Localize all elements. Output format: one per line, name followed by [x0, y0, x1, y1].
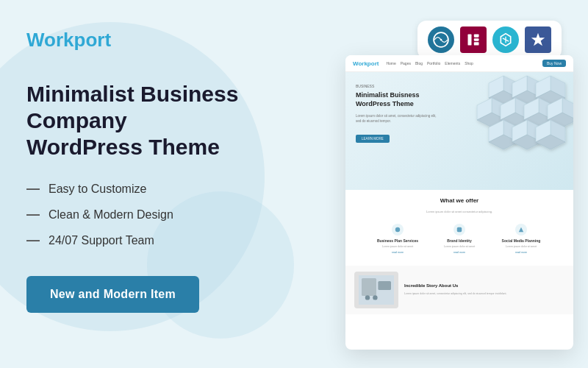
mock-card-icon-1	[392, 224, 404, 236]
svg-rect-4	[474, 38, 479, 40]
svg-rect-40	[362, 278, 376, 296]
mock-nav: Home Pages Blog Portfolio Elements Shop	[386, 61, 538, 66]
mock-card-text-3: Lorem ipsum dolor sit amet	[495, 245, 547, 249]
mock-brand-logo: Workport	[353, 60, 379, 67]
mock-about-image	[354, 272, 398, 308]
svg-point-42	[365, 295, 370, 300]
svg-point-36	[395, 227, 400, 232]
dash-icon-2: —	[26, 207, 40, 222]
mock-card-title-3: Social Media Planning	[495, 238, 547, 243]
dash-icon-1: —	[26, 181, 40, 197]
svg-rect-3	[474, 35, 479, 38]
feature-item-2: — Clean & Modern Design	[26, 207, 335, 222]
mock-cards-row: Business Plan Services Lorem ipsum dolor…	[354, 219, 564, 258]
mock-card-title-1: Business Plan Services	[372, 238, 423, 243]
elementor-icon	[460, 26, 487, 53]
svg-rect-37	[457, 227, 462, 232]
svg-rect-2	[468, 35, 472, 46]
feature-item-3: — 24/07 Support Team	[26, 233, 335, 248]
mock-browser-bar: Workport Home Pages Blog Portfolio Eleme…	[345, 55, 573, 72]
feature-item-1: — Easy to Customize	[26, 181, 335, 197]
mock-card-link-2: read more	[434, 251, 485, 254]
mock-card-link-3: read more	[495, 251, 547, 254]
craft-icon	[492, 26, 519, 53]
mock-hero-title: Minimalist Buisness WordPress Theme	[356, 91, 429, 108]
mock-card-icon-3	[515, 224, 527, 236]
mock-hero-cta: LEARN MORE	[356, 135, 390, 143]
main-title: Minimalist Business Company WordPress Th…	[26, 81, 335, 160]
browser-mockup: Workport Home Pages Blog Portfolio Eleme…	[345, 55, 573, 350]
left-content: Minimalist Business Company WordPress Th…	[26, 81, 335, 313]
mock-about-content: Incredible Story About Us Lorem ipsum do…	[404, 283, 564, 296]
svg-marker-38	[519, 227, 523, 232]
mock-about-section: Incredible Story About Us Lorem ipsum do…	[345, 266, 573, 314]
mock-about-title: Incredible Story About Us	[404, 283, 564, 289]
mock-hero-desc: Lorem ipsum dolor sit amet, consectetur …	[356, 114, 437, 124]
mock-card-link-1: read more	[372, 251, 423, 254]
mock-card-text-2: Lorem ipsum dolor sit amet	[434, 245, 485, 249]
svg-rect-5	[474, 42, 479, 45]
mock-services-section: What we offer Lorem ipsum dolor sit amet…	[345, 190, 573, 266]
mock-card-icon-2	[453, 224, 465, 236]
dash-icon-3: —	[26, 233, 40, 248]
plugin-icons-group	[417, 21, 562, 59]
mock-card-text-1: Lorem ipsum dolor sit amet	[372, 245, 423, 249]
svg-point-1	[440, 39, 442, 41]
mock-hero-section: BUSINESS Minimalist Buisness WordPress T…	[345, 72, 573, 190]
wordpress-icon	[428, 26, 454, 53]
mock-card-1: Business Plan Services Lorem ipsum dolor…	[369, 219, 426, 258]
mock-card-2: Brand Identity Lorem ipsum dolor sit ame…	[431, 219, 488, 258]
header: Workport	[26, 21, 562, 59]
mock-card-3: Social Media Planning Lorem ipsum dolor …	[492, 219, 550, 258]
cta-button[interactable]: New and Modern Item	[26, 276, 199, 313]
mock-buy-button: Buy Now	[542, 60, 566, 67]
mock-services-title: What we offer	[354, 197, 564, 204]
extra-plugin-icon	[525, 26, 551, 53]
mock-card-title-2: Brand Identity	[434, 238, 485, 243]
svg-point-43	[373, 295, 377, 300]
mock-services-desc: Lorem ipsum dolor sit amet consectetur a…	[354, 210, 564, 213]
features-list: — Easy to Customize — Clean & Modern Des…	[26, 181, 335, 248]
svg-rect-41	[378, 281, 391, 290]
mock-hero-text: BUSINESS Minimalist Buisness WordPress T…	[356, 84, 563, 143]
mock-hero-label: BUSINESS	[356, 84, 563, 88]
mock-about-text: Lorem ipsum dolor sit amet, consectetur …	[404, 292, 564, 296]
brand-logo: Workport	[26, 29, 111, 52]
